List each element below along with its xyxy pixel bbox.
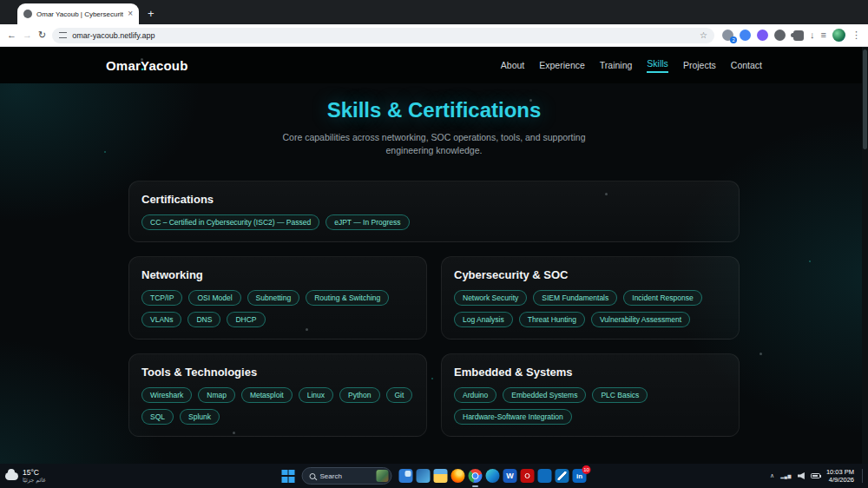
tab-close-icon[interactable]: × xyxy=(128,10,133,18)
skill-badge: Vulnerability Assessment xyxy=(591,312,690,327)
skill-badge: DHCP xyxy=(227,312,265,327)
particle xyxy=(306,328,308,331)
weather-temp: 15°C xyxy=(23,468,46,477)
profile-avatar[interactable] xyxy=(832,29,845,42)
outlook-icon[interactable] xyxy=(538,469,552,483)
skill-badge: Linux xyxy=(299,387,333,403)
bookmark-star-icon[interactable]: ☆ xyxy=(700,30,707,40)
url-text[interactable]: omar-yacoub.netlify.app xyxy=(72,31,694,40)
edge-icon[interactable] xyxy=(486,469,500,483)
system-tray: ∧ ▂▄▆ 10:03 PM 4/9/2026 xyxy=(770,464,864,488)
particle xyxy=(104,151,106,153)
badge-list: WiresharkNmapMetasploitLinuxPythonGitSQL… xyxy=(141,387,414,425)
nav-link-contact[interactable]: Contact xyxy=(731,60,762,70)
page-subtitle: Core capabilities across networking, SOC… xyxy=(260,131,608,157)
skill-badge: Wireshark xyxy=(141,387,192,403)
clock-date: 4/9/2026 xyxy=(826,476,854,484)
skill-badge: eJPT — In Progress xyxy=(326,214,409,230)
skill-badge: Python xyxy=(339,387,379,403)
card-title: Networking xyxy=(141,268,414,281)
clock-time: 10:03 PM xyxy=(826,468,854,476)
new-tab-button[interactable]: + xyxy=(148,8,155,19)
extension-area: 2 xyxy=(720,30,787,41)
page-scrollbar[interactable] xyxy=(862,47,868,464)
nav-link-skills[interactable]: Skills xyxy=(647,58,668,73)
taskbar-search[interactable]: Search xyxy=(302,467,392,485)
skill-badge: Metasploit xyxy=(241,387,293,403)
site-logo[interactable]: Omar.Yacoub xyxy=(106,58,188,73)
browser-tab[interactable]: Omar Yacoub | Cybersecurity Po × xyxy=(17,3,139,24)
badge-list: CC – Certified in Cybersecurity (ISC2) —… xyxy=(141,214,727,230)
linkedin-icon[interactable]: 10 xyxy=(573,469,587,483)
skill-badge: DNS xyxy=(187,312,220,327)
taskbar-apps: 10 xyxy=(399,469,587,483)
particle xyxy=(233,432,235,434)
search-label: Search xyxy=(320,472,372,480)
chrome-icon[interactable] xyxy=(469,469,483,483)
widgets-icon[interactable] xyxy=(417,469,431,483)
windows-start-icon[interactable] xyxy=(282,470,295,483)
extensions-puzzle-icon[interactable] xyxy=(793,30,804,41)
acrobat-icon[interactable] xyxy=(521,469,535,483)
page-title: Skills & Certifications xyxy=(0,98,868,122)
card-title: Cybersecurity & SOC xyxy=(454,268,727,281)
nav-links: AboutExperienceTrainingSkillsProjectsCon… xyxy=(501,58,762,73)
hidden-icons-chevron-icon[interactable]: ∧ xyxy=(770,472,774,479)
forward-icon[interactable]: → xyxy=(23,30,32,40)
nav-link-about[interactable]: About xyxy=(501,60,524,70)
volume-icon[interactable] xyxy=(798,472,805,479)
cards-grid: CertificationsCC – Certified in Cybersec… xyxy=(128,181,740,437)
back-icon[interactable]: ← xyxy=(7,30,16,40)
site-info-icon[interactable] xyxy=(59,32,67,38)
skill-badge: Routing & Switching xyxy=(306,290,389,306)
file-explorer-icon[interactable] xyxy=(434,469,448,483)
weather-cloud-icon xyxy=(5,472,18,480)
skill-badge: Threat Hunting xyxy=(519,312,585,327)
extension-badge: 2 xyxy=(730,36,737,43)
particle xyxy=(529,99,532,102)
skill-badge: Embedded Systems xyxy=(503,387,586,403)
windows-taskbar: 15°C غائم جزئيًا Search 10 ∧ ▂▄▆ 10:03 P… xyxy=(0,464,868,488)
skill-badge: TCP/IP xyxy=(141,290,182,306)
nav-link-projects[interactable]: Projects xyxy=(683,60,716,70)
skill-badge: Nmap xyxy=(198,387,235,403)
card-embedded-systems: Embedded & SystemsArduinoEmbedded System… xyxy=(441,353,740,437)
skill-badge: Git xyxy=(386,387,413,403)
downloads-icon[interactable]: ↓ xyxy=(810,30,815,40)
show-desktop-button[interactable] xyxy=(862,469,864,483)
word-icon[interactable] xyxy=(503,469,517,483)
extension-two-icon[interactable] xyxy=(757,30,768,41)
vscode-icon[interactable] xyxy=(556,469,569,483)
firefox-icon[interactable] xyxy=(451,469,465,483)
nav-link-experience[interactable]: Experience xyxy=(539,60,585,70)
browser-menu-icon[interactable]: ⋮ xyxy=(852,30,861,40)
extension-three-icon[interactable] xyxy=(774,30,786,41)
nav-link-training[interactable]: Training xyxy=(600,60,633,70)
skill-badge: SQL xyxy=(141,409,174,425)
badge-list: Network SecuritySIEM FundamentalsInciden… xyxy=(454,290,727,327)
badge-list: ArduinoEmbedded SystemsPLC BasicsHardwar… xyxy=(454,387,727,425)
extension-one-icon[interactable]: 2 xyxy=(722,30,733,41)
skill-badge: OSI Model xyxy=(188,290,240,306)
translate-extension-icon[interactable] xyxy=(740,30,751,41)
taskbar-clock[interactable]: 10:03 PM 4/9/2026 xyxy=(826,468,854,484)
address-bar[interactable]: omar-yacoub.netlify.app ☆ xyxy=(52,28,714,43)
network-icon[interactable]: ▂▄▆ xyxy=(780,473,792,478)
notification-badge: 10 xyxy=(582,465,591,474)
skill-badge: Network Security xyxy=(454,290,527,306)
refresh-icon[interactable]: ↻ xyxy=(38,30,46,40)
task-view-icon[interactable] xyxy=(399,469,413,483)
card-tools-technologies: Tools & TechnologiesWiresharkNmapMetaspl… xyxy=(128,353,427,437)
browser-toolbar: ← → ↻ omar-yacoub.netlify.app ☆ 2 ↓ ≡ ⋮ xyxy=(0,24,868,47)
reading-list-icon[interactable]: ≡ xyxy=(821,30,826,40)
weather-widget[interactable]: 15°C غائم جزئيًا xyxy=(5,464,46,488)
scrollbar-thumb[interactable] xyxy=(863,49,867,149)
tab-title: Omar Yacoub | Cybersecurity Po xyxy=(36,10,123,18)
weather-condition: غائم جزئيًا xyxy=(23,477,46,484)
card-title: Certifications xyxy=(141,193,727,206)
battery-icon[interactable] xyxy=(811,473,820,478)
browser-tab-strip: Omar Yacoub | Cybersecurity Po × + xyxy=(0,0,868,24)
site-navbar: Omar.Yacoub AboutExperienceTrainingSkill… xyxy=(0,47,868,83)
particle xyxy=(760,353,762,355)
skill-badge: Arduino xyxy=(454,387,496,403)
